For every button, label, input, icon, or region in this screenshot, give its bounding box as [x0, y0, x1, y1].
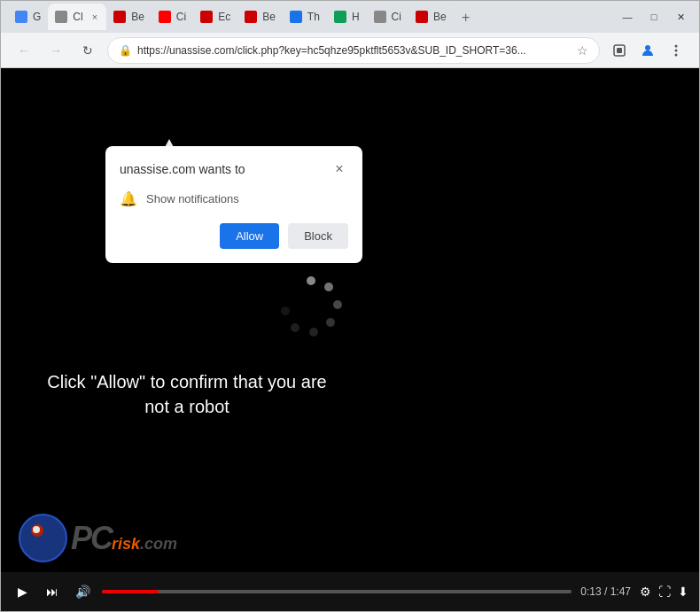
next-button[interactable]: ⏭: [42, 585, 63, 599]
video-controls-bar: ▶ ⏭ 🔊 0:13 / 1:47 ⚙ ⛶ ⬇: [1, 572, 699, 611]
minimize-button[interactable]: —: [616, 9, 639, 25]
svg-point-7: [324, 283, 333, 291]
tab-favicon-5: [200, 11, 213, 23]
logo-circle: [19, 514, 67, 562]
tab-label-4: Ci: [176, 11, 186, 23]
popup-permission-row: 🔔 Show notifications: [120, 190, 348, 207]
tab-favicon-2: [55, 11, 67, 23]
browser-tab-3[interactable]: Be: [106, 4, 152, 30]
page-content: Click "Allow" to confirm that you are no…: [1, 68, 699, 611]
popup-buttons: Allow Block: [120, 223, 348, 249]
tab-favicon-4: [159, 11, 171, 23]
loading-spinner: [276, 272, 346, 343]
svg-point-5: [675, 53, 678, 56]
notification-popup: unassise.com wants to × 🔔 Show notificat…: [105, 146, 362, 263]
tab-bar: G Cl × Be Ci Ec: [8, 4, 605, 30]
allow-button[interactable]: Allow: [220, 223, 279, 249]
svg-point-3: [675, 44, 678, 47]
browser-tab-8[interactable]: H: [327, 4, 367, 30]
logo-risk: risk: [112, 535, 140, 553]
svg-point-10: [309, 328, 318, 337]
tab-label-7: Th: [307, 11, 320, 23]
address-bar: ← → ↻ 🔒 https://unassise.com/click.php?k…: [1, 33, 699, 68]
volume-button[interactable]: 🔊: [72, 585, 93, 599]
toolbar-icons: [607, 38, 688, 63]
caption-text: Click "Allow" to confirm that you are no…: [45, 369, 329, 419]
tab-favicon-9: [374, 11, 386, 23]
time-display: 0:13 / 1:47: [580, 585, 631, 598]
browser-tab-7[interactable]: Th: [283, 4, 327, 30]
tab-favicon-7: [290, 11, 302, 23]
tab-label-3: Be: [131, 11, 144, 23]
logo-watermark: PCrisk.com: [19, 514, 177, 562]
logo-text: PCrisk.com: [71, 520, 177, 557]
address-input-wrapper[interactable]: 🔒 https://unassise.com/click.php?key=hc5…: [107, 37, 600, 64]
bell-icon: 🔔: [120, 190, 137, 207]
menu-icon[interactable]: [664, 38, 688, 63]
extensions-icon[interactable]: [607, 38, 632, 63]
window-controls: — □ ✕: [616, 9, 692, 25]
close-button[interactable]: ✕: [669, 9, 692, 25]
right-video-controls: ⚙ ⛶ ⬇: [640, 585, 688, 599]
title-bar: G Cl × Be Ci Ec: [1, 1, 699, 33]
svg-rect-1: [617, 48, 622, 53]
back-button[interactable]: ←: [12, 38, 36, 63]
fullscreen-button[interactable]: ⛶: [658, 585, 671, 599]
progress-fill: [102, 590, 159, 593]
tab-label-1: G: [33, 11, 41, 23]
svg-point-11: [291, 323, 299, 332]
tab-label-8: H: [352, 11, 360, 23]
popup-title: unassise.com wants to: [120, 162, 245, 176]
settings-button[interactable]: ⚙: [640, 585, 651, 599]
svg-point-4: [675, 49, 678, 51]
reload-button[interactable]: ↻: [75, 38, 100, 63]
bookmark-star-icon[interactable]: ☆: [577, 43, 588, 58]
svg-point-12: [281, 306, 290, 315]
new-tab-button[interactable]: +: [454, 5, 478, 30]
tab-favicon-3: [113, 11, 126, 23]
popup-header: unassise.com wants to ×: [120, 160, 348, 178]
browser-tab-6[interactable]: Be: [237, 4, 283, 30]
svg-point-6: [307, 276, 315, 285]
tab-label-6: Be: [262, 11, 276, 23]
permission-label: Show notifications: [146, 192, 239, 205]
browser-tab-4[interactable]: Ci: [152, 4, 193, 30]
svg-point-8: [333, 300, 342, 309]
profile-icon[interactable]: [635, 38, 660, 63]
forward-button[interactable]: →: [43, 38, 68, 63]
secure-icon: 🔒: [119, 44, 132, 57]
tab-favicon-8: [334, 11, 346, 23]
tab-favicon-6: [245, 11, 257, 23]
tab-favicon-1: [15, 11, 27, 23]
browser-tab-9[interactable]: Ci: [367, 4, 408, 30]
browser-tab-5[interactable]: Ec: [193, 4, 237, 30]
svg-point-9: [326, 318, 335, 327]
tab-label-5: Ec: [218, 11, 230, 23]
maximize-button[interactable]: □: [642, 9, 665, 25]
svg-point-2: [645, 45, 650, 50]
browser-tab-10[interactable]: Be: [408, 4, 454, 30]
tab-favicon-10: [416, 11, 428, 23]
progress-bar[interactable]: [102, 590, 572, 593]
address-text: https://unassise.com/click.php?key=hc5qh…: [137, 44, 572, 57]
logo-com: .com: [140, 535, 177, 553]
download-button[interactable]: ⬇: [678, 585, 688, 599]
popup-close-button[interactable]: ×: [331, 160, 348, 178]
browser-tab-2[interactable]: Cl ×: [48, 4, 106, 30]
tab-label-2: Cl: [73, 11, 82, 23]
play-button[interactable]: ▶: [12, 585, 33, 599]
block-button[interactable]: Block: [288, 223, 348, 249]
logo-dot-white: [33, 526, 40, 533]
tab-label-10: Be: [433, 11, 447, 23]
browser-window: G Cl × Be Ci Ec: [0, 0, 700, 612]
browser-tab-1[interactable]: G: [8, 4, 48, 30]
logo-pc: PC: [71, 520, 112, 556]
tab-label-9: Ci: [392, 11, 401, 23]
tab-close-2[interactable]: ×: [90, 12, 99, 22]
